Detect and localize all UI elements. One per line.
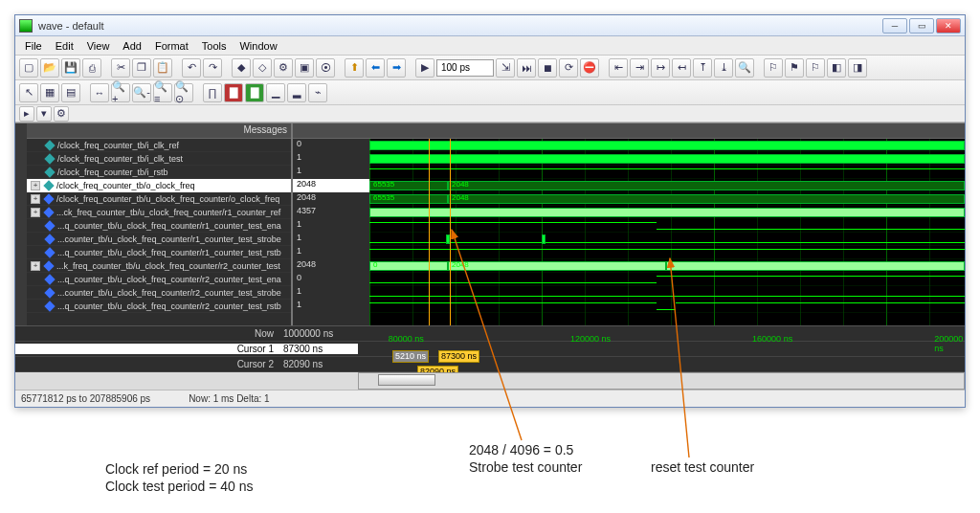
signal-value: 1 bbox=[293, 286, 369, 300]
sim4-icon[interactable]: ▣ bbox=[295, 58, 314, 78]
nav-up-icon[interactable]: ⬆ bbox=[345, 58, 364, 78]
bookmark3-icon[interactable]: ⚐ bbox=[806, 58, 825, 78]
sim-icon[interactable]: ◆ bbox=[232, 58, 251, 78]
tool-a-icon[interactable]: ◧ bbox=[827, 58, 846, 78]
format-hex-icon[interactable]: ∏ bbox=[203, 83, 222, 102]
bookmark2-icon[interactable]: ⚑ bbox=[785, 58, 804, 78]
cursor-prev-icon[interactable]: ⇤ bbox=[609, 58, 628, 78]
menu-edit[interactable]: Edit bbox=[50, 38, 79, 54]
maximize-button[interactable]: ▭ bbox=[909, 18, 934, 33]
signal-row[interactable]: +/clock_freq_counter_tb/u_clock_freq_cou… bbox=[27, 192, 291, 206]
messages-label: Messages bbox=[243, 124, 287, 137]
signal-row[interactable]: +...ck_freq_counter_tb/u_clock_freq_coun… bbox=[27, 206, 291, 219]
scroll-thumb[interactable] bbox=[378, 374, 435, 386]
signal-row[interactable]: ...q_counter_tb/u_clock_freq_counter/r2_… bbox=[27, 273, 291, 286]
select2-icon[interactable]: ▤ bbox=[61, 83, 80, 102]
signal-row[interactable]: ...q_counter_tb/u_clock_freq_counter/r2_… bbox=[27, 300, 291, 313]
filter-icon[interactable]: ⦿ bbox=[316, 58, 335, 78]
run-length-input[interactable] bbox=[436, 59, 494, 77]
signal-row[interactable]: ...q_counter_tb/u_clock_freq_counter/r1_… bbox=[27, 246, 291, 259]
format-event-icon[interactable]: ▂ bbox=[287, 83, 306, 102]
run-icon[interactable]: ▶ bbox=[415, 58, 434, 78]
minimize-button[interactable]: ─ bbox=[882, 18, 907, 33]
zoom-full-icon[interactable]: 🔍≡ bbox=[153, 83, 172, 102]
stop-icon[interactable]: ⏹ bbox=[538, 58, 557, 78]
break-icon[interactable]: ⛔ bbox=[580, 58, 599, 78]
paste-icon[interactable]: 📋 bbox=[153, 58, 172, 78]
menu-format[interactable]: Format bbox=[149, 38, 194, 54]
menu-add[interactable]: Add bbox=[117, 38, 147, 54]
nav-back-icon[interactable]: ⬅ bbox=[366, 58, 385, 78]
expand-icon[interactable]: + bbox=[31, 181, 40, 190]
run-step-icon[interactable]: ⇲ bbox=[496, 58, 515, 78]
annot-strobe: Strobe test counter bbox=[469, 459, 582, 475]
expand-icon[interactable]: + bbox=[31, 194, 40, 204]
sig-config-icon[interactable]: ⚙ bbox=[54, 106, 69, 122]
undo-icon[interactable]: ↶ bbox=[182, 58, 201, 78]
sim2-icon[interactable]: ◇ bbox=[253, 58, 272, 78]
bookmark1-icon[interactable]: ⚐ bbox=[764, 58, 783, 78]
menu-view[interactable]: View bbox=[81, 38, 116, 54]
bus-value-label: 0 bbox=[666, 260, 674, 272]
run-all-icon[interactable]: ⏭ bbox=[517, 58, 536, 78]
zoom-in-icon[interactable]: 🔍+ bbox=[111, 83, 130, 102]
signal-name: ...counter_tb/u_clock_freq_counter/r1_co… bbox=[57, 234, 291, 244]
signal-row[interactable]: +/clock_freq_counter_tb/o_clock_freq bbox=[27, 179, 291, 192]
cursor-line-c2[interactable] bbox=[429, 139, 430, 325]
pointer-icon[interactable]: ↖ bbox=[19, 83, 38, 102]
restart-icon[interactable]: ⟳ bbox=[559, 58, 578, 78]
horizontal-scrollbar[interactable] bbox=[358, 372, 965, 390]
cursor-next-icon[interactable]: ⇥ bbox=[630, 58, 649, 78]
waveform-track bbox=[369, 139, 965, 152]
waveform-canvas[interactable]: 655352048655352048020480 bbox=[369, 139, 965, 325]
zoom-cursor-icon[interactable]: 🔍⊙ bbox=[174, 83, 193, 102]
signal-row[interactable]: ...counter_tb/u_clock_freq_counter/r1_co… bbox=[27, 233, 291, 246]
signal-diamond-icon bbox=[43, 207, 54, 217]
new-icon[interactable]: ▢ bbox=[19, 58, 38, 78]
format-analog-icon[interactable]: ▇ bbox=[224, 83, 243, 102]
menubar: File Edit View Add Format Tools Window bbox=[15, 36, 965, 56]
format-binary-icon[interactable]: ▇ bbox=[245, 83, 264, 102]
format-x-icon[interactable]: ⌁ bbox=[308, 83, 327, 102]
signal-row[interactable]: /clock_freq_counter_tb/i_rstb bbox=[27, 166, 291, 179]
signal-row[interactable]: +...k_freq_counter_tb/u_clock_freq_count… bbox=[27, 259, 291, 273]
menu-window[interactable]: Window bbox=[234, 38, 282, 54]
time-tick: 120000 ns bbox=[570, 334, 611, 344]
redo-icon[interactable]: ↷ bbox=[203, 58, 222, 78]
save-icon[interactable]: 💾 bbox=[61, 58, 80, 78]
nav-fwd-icon[interactable]: ➡ bbox=[387, 58, 406, 78]
close-button[interactable]: ✕ bbox=[936, 18, 961, 33]
signal-row[interactable]: ...counter_tb/u_clock_freq_counter/r2_co… bbox=[27, 286, 291, 300]
zoom-range-icon[interactable]: ↔ bbox=[90, 83, 109, 102]
expand-icon[interactable]: + bbox=[31, 208, 40, 217]
menu-file[interactable]: File bbox=[19, 38, 48, 54]
signal-row[interactable]: ...q_counter_tb/u_clock_freq_counter/r1_… bbox=[27, 219, 291, 233]
cursor-line-c1[interactable] bbox=[450, 139, 451, 325]
signal-row[interactable]: /clock_freq_counter_tb/i_clk_test bbox=[27, 152, 291, 166]
edge-prev-icon[interactable]: ↦ bbox=[651, 58, 670, 78]
print-icon[interactable]: ⎙ bbox=[82, 58, 101, 78]
signal-name: ...k_freq_counter_tb/u_clock_freq_counte… bbox=[56, 261, 291, 271]
sig-collapse-icon[interactable]: ▾ bbox=[36, 106, 52, 122]
sig-expand-icon[interactable]: ▸ bbox=[19, 106, 34, 122]
open-icon[interactable]: 📂 bbox=[40, 58, 59, 78]
sim3-icon[interactable]: ⚙ bbox=[274, 58, 293, 78]
format-lit-icon[interactable]: ▁ bbox=[266, 83, 285, 102]
zoom-out-icon[interactable]: 🔍- bbox=[132, 83, 151, 102]
search-icon[interactable]: 🔍 bbox=[735, 58, 754, 78]
signal-value: 2048 bbox=[293, 179, 369, 192]
cursor1-box[interactable]: 87300 ns bbox=[438, 350, 479, 363]
copy-icon[interactable]: ❐ bbox=[132, 58, 151, 78]
tool-b-icon[interactable]: ◨ bbox=[848, 58, 867, 78]
fall-icon[interactable]: ⤓ bbox=[714, 58, 733, 78]
window-controls: ─ ▭ ✕ bbox=[882, 18, 961, 33]
signal-row[interactable]: /clock_freq_counter_tb/i_clk_ref bbox=[27, 139, 291, 152]
edge-next-icon[interactable]: ↤ bbox=[672, 58, 691, 78]
select-icon[interactable]: ▦ bbox=[40, 83, 59, 102]
rise-icon[interactable]: ⤒ bbox=[693, 58, 712, 78]
cut-icon[interactable]: ✂ bbox=[111, 58, 130, 78]
expand-icon[interactable]: + bbox=[31, 261, 40, 271]
waveform-panel: 655352048655352048020480 bbox=[369, 123, 965, 325]
menu-tools[interactable]: Tools bbox=[196, 38, 233, 54]
signal-diamond-icon bbox=[44, 301, 55, 311]
